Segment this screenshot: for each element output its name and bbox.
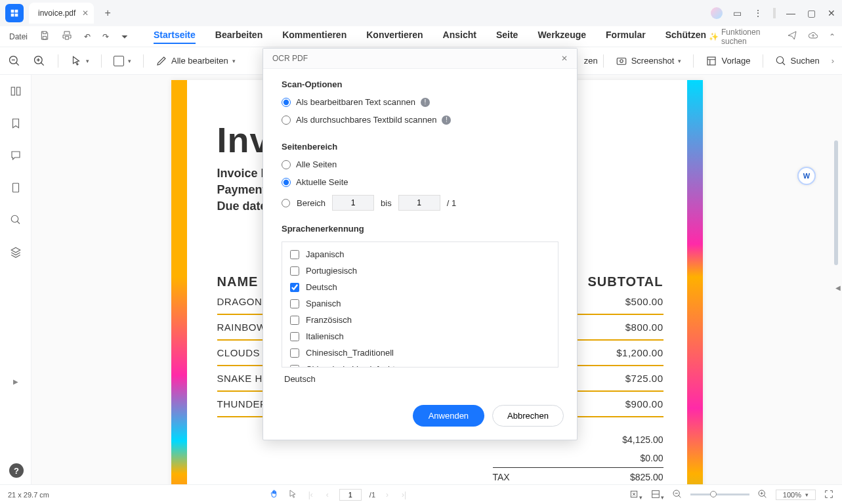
svg-point-5: [776, 56, 784, 64]
file-menu[interactable]: Datei: [7, 31, 30, 43]
document-tab[interactable]: invoice.pdf ✕: [29, 3, 94, 24]
radio-all-pages[interactable]: Alle Seiten: [282, 159, 558, 169]
next-page-button[interactable]: ›: [383, 489, 391, 501]
save-icon[interactable]: [37, 29, 53, 44]
last-page-button[interactable]: ›|: [399, 489, 409, 501]
zoom-out-button[interactable]: [8, 54, 21, 68]
toolbar-overflow-icon[interactable]: ›: [831, 56, 834, 66]
page-total: /1: [369, 491, 375, 499]
menu-seite[interactable]: Seite: [496, 30, 518, 44]
menu-kommentieren[interactable]: Kommentieren: [282, 30, 347, 44]
svg-rect-8: [12, 183, 18, 192]
collapse-ribbon-icon[interactable]: ⌃: [829, 32, 835, 41]
prev-page-button[interactable]: ‹: [324, 489, 331, 501]
search-panel-icon[interactable]: [10, 214, 22, 228]
menu-werkzeuge[interactable]: Werkzeuge: [537, 30, 586, 44]
search-tool[interactable]: Suchen: [775, 55, 820, 67]
feature-search[interactable]: ✨Funktionen suchen: [709, 28, 776, 46]
comments-panel-icon[interactable]: [10, 150, 22, 163]
vertical-scrollbar[interactable]: [834, 140, 838, 265]
menu-konvertieren[interactable]: Konvertieren: [366, 30, 423, 44]
summary-tax: $825.00: [630, 472, 663, 482]
print-icon[interactable]: [59, 29, 75, 44]
language-option[interactable]: Japanisch: [290, 246, 550, 262]
menu-ansicht[interactable]: Ansicht: [443, 30, 476, 44]
fit-page-icon[interactable]: ▾: [629, 489, 642, 501]
help-button[interactable]: ?: [9, 463, 24, 478]
kebab-menu-icon[interactable]: ⋮: [752, 7, 764, 20]
notifications-icon[interactable]: ▭: [732, 7, 743, 20]
app-logo: [5, 4, 24, 22]
summary-subtotal: $4,125.00: [622, 434, 663, 445]
language-list[interactable]: JapanischPortugiesischDeutschSpanischFra…: [282, 242, 558, 368]
edit-all-tool[interactable]: Alle bearbeiten▾: [156, 55, 236, 67]
page-dimensions: 21 x 29.7 cm: [8, 491, 49, 499]
menu-bearbeiten[interactable]: Bearbeiten: [215, 30, 263, 44]
svg-point-3: [620, 59, 623, 62]
radio-editable-text[interactable]: Als bearbeitbaren Text scannen !: [282, 97, 558, 107]
cloud-upload-icon[interactable]: [808, 30, 818, 43]
language-option[interactable]: Französisch: [290, 312, 550, 328]
apply-button[interactable]: Anwenden: [413, 405, 484, 427]
summary-discount: $0.00: [640, 453, 663, 463]
shape-tool[interactable]: ▾: [114, 56, 131, 66]
send-icon[interactable]: [787, 30, 797, 43]
zoom-in-status-button[interactable]: [757, 489, 768, 501]
language-option[interactable]: Italienisch: [290, 328, 550, 345]
close-tab-icon[interactable]: ✕: [82, 9, 89, 18]
range-from-input[interactable]: [332, 195, 374, 211]
close-window-button[interactable]: ✕: [826, 7, 837, 20]
expand-right-panel-icon[interactable]: [835, 280, 842, 295]
radio-custom-range[interactable]: [282, 199, 290, 207]
menu-startseite[interactable]: Startseite: [154, 30, 196, 44]
radio-searchable-image[interactable]: Als durchsuchbares Textbild scannen !: [282, 115, 558, 125]
minimize-button[interactable]: —: [785, 7, 797, 20]
tab-title: invoice.pdf: [38, 9, 75, 18]
menu-formular[interactable]: Formular: [606, 30, 646, 44]
zoom-slider[interactable]: [690, 494, 749, 495]
view-mode-icon[interactable]: ▾: [650, 489, 664, 501]
zoom-in-button[interactable]: [33, 54, 46, 68]
convert-to-word-badge[interactable]: W: [797, 167, 816, 185]
selected-languages: Deutsch: [282, 368, 558, 390]
zoom-value[interactable]: 100%▾: [776, 490, 816, 500]
bookmarks-panel-icon[interactable]: [10, 117, 22, 131]
redo-icon[interactable]: ↷: [100, 31, 112, 43]
radio-current-page[interactable]: Aktuelle Seite: [282, 177, 558, 187]
cancel-button[interactable]: Abbrechen: [492, 405, 564, 427]
language-option[interactable]: Deutsch: [290, 279, 550, 295]
language-option[interactable]: Chinesisch_Vereinfacht: [290, 361, 550, 368]
language-option[interactable]: Spanisch: [290, 295, 550, 312]
expand-sidebar-icon[interactable]: ▶: [13, 378, 18, 385]
scan-options-heading: Scan-Optionen: [282, 79, 558, 89]
fullscreen-icon[interactable]: [824, 489, 834, 501]
dialog-close-icon[interactable]: ✕: [561, 54, 568, 63]
language-detection-heading: Sprachenerkennung: [282, 224, 558, 234]
menu-schützen[interactable]: Schützen: [665, 30, 706, 44]
range-to-input[interactable]: [398, 195, 440, 211]
maximize-button[interactable]: ▢: [806, 7, 817, 20]
thumbnails-panel-icon[interactable]: [10, 85, 22, 99]
page-number-input[interactable]: [339, 489, 362, 501]
first-page-button[interactable]: |‹: [306, 489, 316, 501]
undo-icon[interactable]: ↶: [81, 31, 93, 43]
language-option[interactable]: Portugiesisch: [290, 262, 550, 279]
layers-panel-icon[interactable]: [10, 246, 22, 260]
zoom-out-status-button[interactable]: [672, 489, 683, 501]
info-icon[interactable]: !: [421, 98, 430, 107]
language-option[interactable]: Chinesisch_Traditionell: [290, 345, 550, 361]
info-icon[interactable]: !: [442, 116, 451, 125]
svg-rect-6: [11, 87, 14, 95]
add-tab-button[interactable]: +: [99, 5, 116, 22]
quick-actions-dropdown-icon[interactable]: ⏷: [118, 31, 131, 43]
text-select-tool-icon[interactable]: [287, 489, 298, 501]
svg-rect-7: [16, 87, 20, 95]
attachments-panel-icon[interactable]: [10, 182, 22, 196]
ocr-dialog: OCR PDF ✕ Scan-Optionen Als bearbeitbare…: [263, 48, 578, 440]
truncated-tool-suffix: zen: [584, 56, 598, 66]
hand-tool-icon[interactable]: [269, 489, 280, 501]
template-tool[interactable]: Vorlage: [705, 55, 750, 67]
select-tool[interactable]: ▾: [70, 55, 89, 67]
screenshot-tool[interactable]: Screenshot▾: [616, 55, 682, 67]
account-avatar[interactable]: [711, 7, 723, 19]
